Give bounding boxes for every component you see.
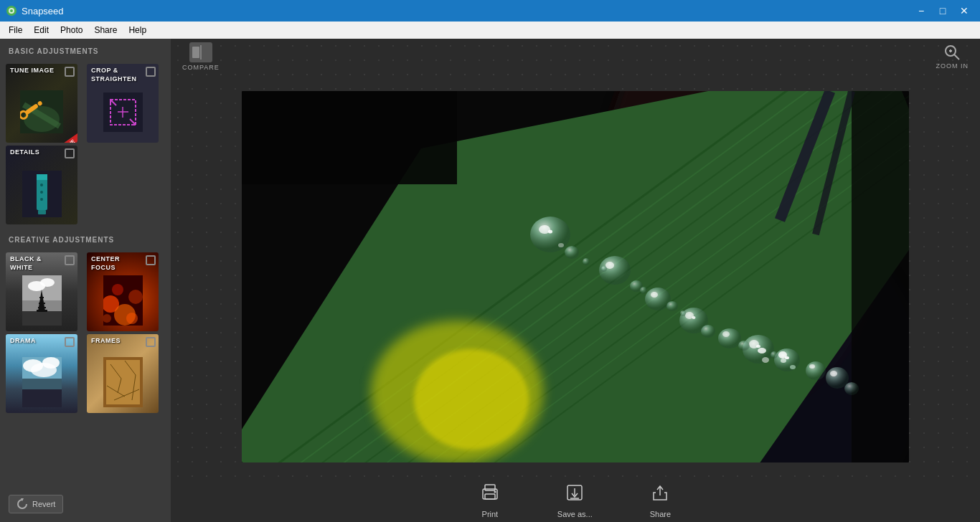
app-title: Snapseed xyxy=(22,6,64,16)
compare-icon xyxy=(189,42,212,62)
content-area: COMPARE ZOOM IN xyxy=(171,39,980,522)
tool-details[interactable]: DETAILS xyxy=(6,146,77,224)
svg-rect-129 xyxy=(485,485,495,490)
bottom-toolbar: Print Save as... xyxy=(171,479,980,522)
tool-tune-image[interactable]: TUNE IMAGE xyxy=(6,64,77,143)
svg-point-122 xyxy=(548,230,552,234)
tool-black-white[interactable]: BLACK &WHITE xyxy=(6,252,77,331)
svg-point-108 xyxy=(565,246,579,259)
crop-corner xyxy=(146,67,156,77)
basic-tools-grid: TUNE IMAGE xyxy=(0,61,171,227)
svg-point-41 xyxy=(126,313,138,324)
compare-button[interactable]: COMPARE xyxy=(182,42,220,71)
svg-rect-48 xyxy=(22,389,62,407)
maximize-button[interactable]: □ xyxy=(933,3,953,19)
tune-image-icon xyxy=(6,81,77,143)
svg-point-101 xyxy=(774,348,800,371)
svg-rect-49 xyxy=(103,357,143,407)
svg-point-113 xyxy=(844,382,859,395)
svg-point-104 xyxy=(806,361,826,380)
print-icon xyxy=(480,483,500,507)
svg-point-119 xyxy=(785,356,789,359)
creative-tools-grid: BLACK &WHITE xyxy=(0,250,171,416)
main-layout: BASIC ADJUSTMENTS TUNE IMAGE xyxy=(0,39,980,522)
svg-point-111 xyxy=(701,325,715,338)
share-button[interactable]: Share xyxy=(650,483,671,518)
tune-image-corner xyxy=(65,67,75,77)
svg-point-117 xyxy=(680,310,686,316)
svg-point-96 xyxy=(718,328,741,348)
photo-svg xyxy=(242,91,909,462)
frames-icon xyxy=(87,351,159,413)
frames-label: FRAMES xyxy=(91,337,121,346)
svg-point-121 xyxy=(692,316,696,319)
top-toolbar: COMPARE ZOOM IN xyxy=(171,39,980,75)
creative-adjustments-header: CREATIVE ADJUSTMENTS xyxy=(0,227,171,250)
svg-rect-82 xyxy=(852,91,909,462)
app-icon xyxy=(6,5,17,16)
svg-point-97 xyxy=(722,331,730,337)
crop-straighten-label: CROP &STRAIGHTEN xyxy=(91,67,137,83)
center-focus-corner xyxy=(146,255,156,265)
menu-share[interactable]: Share xyxy=(88,24,123,37)
tool-crop-straighten[interactable]: CROP &STRAIGHTEN xyxy=(87,64,159,143)
svg-point-25 xyxy=(40,198,43,201)
bw-label: BLACK &WHITE xyxy=(10,255,42,272)
save-as-button[interactable]: Save as... xyxy=(557,483,593,518)
svg-rect-33 xyxy=(39,303,45,304)
print-label: Print xyxy=(482,510,499,518)
menu-file[interactable]: File xyxy=(3,24,28,37)
details-label: DETAILS xyxy=(10,148,39,157)
sidebar: BASIC ADJUSTMENTS TUNE IMAGE xyxy=(0,39,171,522)
svg-point-120 xyxy=(756,345,760,348)
svg-point-106 xyxy=(826,367,849,389)
close-button[interactable]: ✕ xyxy=(954,3,974,19)
svg-rect-30 xyxy=(22,311,62,326)
svg-rect-128 xyxy=(485,494,495,499)
menu-help[interactable]: Help xyxy=(123,24,152,37)
tool-drama[interactable]: DRAMA xyxy=(6,334,77,413)
photo-wrapper xyxy=(242,91,909,462)
minimize-button[interactable]: − xyxy=(911,3,931,19)
svg-point-39 xyxy=(128,290,143,304)
svg-point-47 xyxy=(31,363,57,377)
share-icon xyxy=(650,483,670,507)
svg-point-100 xyxy=(762,357,769,363)
details-icon xyxy=(6,163,77,224)
svg-rect-59 xyxy=(192,47,199,58)
revert-icon xyxy=(17,498,28,510)
svg-rect-60 xyxy=(202,47,209,58)
center-focus-icon xyxy=(87,270,159,331)
svg-line-65 xyxy=(954,54,959,60)
svg-point-91 xyxy=(606,262,614,269)
svg-rect-22 xyxy=(38,210,46,214)
svg-rect-35 xyxy=(37,310,47,312)
svg-point-93 xyxy=(651,292,658,298)
svg-point-130 xyxy=(494,491,496,493)
zoom-in-button[interactable]: ZOOM IN xyxy=(936,44,969,70)
menu-photo[interactable]: Photo xyxy=(55,24,88,37)
svg-point-89 xyxy=(558,243,564,247)
basic-adjustments-header: BASIC ADJUSTMENTS xyxy=(0,39,171,61)
drama-icon xyxy=(6,351,77,413)
tool-frames[interactable]: FRAMES xyxy=(87,334,159,413)
revert-button[interactable]: Revert xyxy=(9,495,63,513)
svg-point-87 xyxy=(530,217,570,252)
print-button[interactable]: Print xyxy=(480,483,500,518)
drama-label: DRAMA xyxy=(10,337,36,346)
center-focus-label: CENTERFOCUS xyxy=(91,255,120,272)
svg-point-40 xyxy=(112,284,123,295)
svg-point-103 xyxy=(790,365,796,369)
share-label: Share xyxy=(650,510,671,518)
zoom-icon xyxy=(943,44,961,61)
details-corner xyxy=(65,148,75,158)
menu-edit[interactable]: Edit xyxy=(28,24,55,37)
svg-point-110 xyxy=(666,301,678,311)
svg-point-107 xyxy=(830,371,837,376)
tool-center-focus[interactable]: CENTERFOCUS xyxy=(87,252,159,331)
revert-label: Revert xyxy=(32,500,55,508)
svg-point-29 xyxy=(40,278,55,287)
save-as-label: Save as... xyxy=(557,510,593,518)
svg-point-124 xyxy=(781,359,786,363)
window-controls: − □ ✕ xyxy=(911,3,974,19)
